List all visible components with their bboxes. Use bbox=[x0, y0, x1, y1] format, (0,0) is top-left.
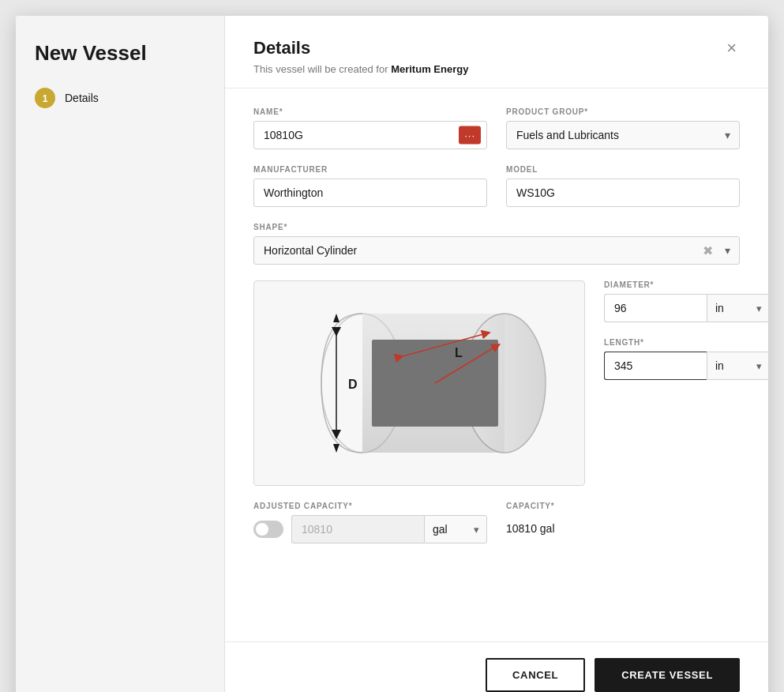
shape-clear-button[interactable]: ✖ bbox=[703, 243, 713, 258]
dialog-title: Details bbox=[253, 38, 468, 58]
adjusted-capacity-label: ADJUSTED CAPACITY* bbox=[253, 502, 487, 510]
cylinder-diagram: D L bbox=[253, 280, 585, 486]
row-name-productgroup: NAME* ··· PRODUCT GROUP* Fuels and Lubri… bbox=[253, 107, 740, 149]
svg-text:L: L bbox=[455, 346, 463, 359]
step-badge-1: 1 bbox=[35, 88, 55, 108]
manufacturer-label: MANUFACTURER bbox=[253, 165, 487, 174]
svg-marker-10 bbox=[333, 314, 339, 322]
adj-unit-select-wrapper: gal L bbl bbox=[424, 515, 487, 543]
diameter-unit-select[interactable]: in cm ft bbox=[707, 294, 768, 322]
group-adjusted-capacity: ADJUSTED CAPACITY* gal L bbox=[253, 502, 487, 543]
subtitle-company: Meritum Energy bbox=[391, 63, 468, 75]
manufacturer-input[interactable] bbox=[253, 179, 487, 207]
adj-input-unit: gal L bbl bbox=[291, 515, 487, 543]
close-button[interactable]: × bbox=[723, 38, 740, 58]
new-vessel-dialog: New Vessel 1 Details Details This vessel… bbox=[16, 16, 768, 692]
toggle-slider bbox=[253, 521, 283, 538]
product-group-label: PRODUCT GROUP* bbox=[506, 107, 740, 116]
sidebar-title: New Vessel bbox=[35, 41, 205, 66]
row-shape: SHAPE* Horizontal Cylinder Vertical Cyli… bbox=[253, 223, 740, 265]
adjusted-capacity-toggle[interactable] bbox=[253, 521, 283, 538]
diameter-label: DIAMETER* bbox=[604, 280, 768, 289]
model-label: MODEL bbox=[506, 165, 740, 174]
shape-label: SHAPE* bbox=[253, 223, 740, 231]
adjusted-capacity-input[interactable] bbox=[291, 515, 424, 543]
shape-select[interactable]: Horizontal Cylinder Vertical Cylinder Re… bbox=[253, 236, 740, 265]
length-unit-wrapper: in cm ft bbox=[604, 352, 768, 380]
dimensions-panel: DIAMETER* in cm ft LENGTH* bbox=[604, 280, 768, 380]
capacity-label: CAPACITY* bbox=[506, 502, 740, 510]
subtitle-prefix: This vessel will be created for bbox=[253, 63, 391, 75]
length-unit-select[interactable]: in cm ft bbox=[707, 352, 768, 380]
group-length: LENGTH* in cm ft bbox=[604, 338, 768, 380]
group-diameter: DIAMETER* in cm ft bbox=[604, 280, 768, 322]
shape-select-wrapper: Horizontal Cylinder Vertical Cylinder Re… bbox=[253, 236, 740, 265]
name-label: NAME* bbox=[253, 107, 487, 116]
group-capacity: CAPACITY* 10810 gal bbox=[506, 502, 740, 542]
step-label-details: Details bbox=[65, 92, 99, 104]
group-model: MODEL bbox=[506, 165, 740, 207]
product-group-select[interactable]: Fuels and Lubricants Chemicals Water bbox=[506, 121, 740, 149]
capacity-value: 10810 gal bbox=[506, 515, 740, 542]
dialog-title-area: Details This vessel will be created for … bbox=[253, 38, 468, 75]
group-name: NAME* ··· bbox=[253, 107, 487, 149]
dialog-footer: CANCEL CREATE VESSEL bbox=[225, 641, 768, 692]
group-shape: SHAPE* Horizontal Cylinder Vertical Cyli… bbox=[253, 223, 740, 265]
create-vessel-button[interactable]: CREATE VESSEL bbox=[595, 658, 740, 692]
form-area: NAME* ··· PRODUCT GROUP* Fuels and Lubri… bbox=[225, 88, 768, 641]
dialog-header: Details This vessel will be created for … bbox=[225, 16, 768, 88]
dots-icon: ··· bbox=[464, 130, 475, 141]
product-group-select-wrapper: Fuels and Lubricants Chemicals Water bbox=[506, 121, 740, 149]
row-manufacturer-model: MANUFACTURER MODEL bbox=[253, 165, 740, 207]
group-product-group: PRODUCT GROUP* Fuels and Lubricants Chem… bbox=[506, 107, 740, 149]
diagram-dimensions-row: D L bbox=[253, 280, 740, 486]
length-input[interactable] bbox=[604, 352, 707, 380]
sidebar-step-details[interactable]: 1 Details bbox=[35, 88, 205, 108]
cylinder-svg: D L bbox=[277, 292, 561, 474]
model-input[interactable] bbox=[506, 179, 740, 207]
main-content: Details This vessel will be created for … bbox=[225, 16, 768, 692]
group-manufacturer: MANUFACTURER bbox=[253, 165, 487, 207]
diameter-input[interactable] bbox=[604, 294, 707, 322]
name-input-wrapper: ··· bbox=[253, 121, 487, 149]
adjusted-capacity-unit-select[interactable]: gal L bbl bbox=[424, 515, 487, 543]
length-label: LENGTH* bbox=[604, 338, 768, 347]
svg-text:D: D bbox=[348, 378, 358, 391]
svg-marker-11 bbox=[333, 444, 339, 453]
capacity-row: ADJUSTED CAPACITY* gal L bbox=[253, 502, 740, 543]
dialog-subtitle: This vessel will be created for Meritum … bbox=[253, 63, 468, 75]
name-input[interactable] bbox=[253, 121, 487, 149]
adjusted-cap-input-row: gal L bbl bbox=[253, 515, 487, 543]
cancel-button[interactable]: CANCEL bbox=[486, 658, 585, 692]
name-icon-button[interactable]: ··· bbox=[459, 126, 481, 145]
diameter-unit-wrapper: in cm ft bbox=[604, 294, 768, 322]
sidebar: New Vessel 1 Details bbox=[16, 16, 225, 692]
